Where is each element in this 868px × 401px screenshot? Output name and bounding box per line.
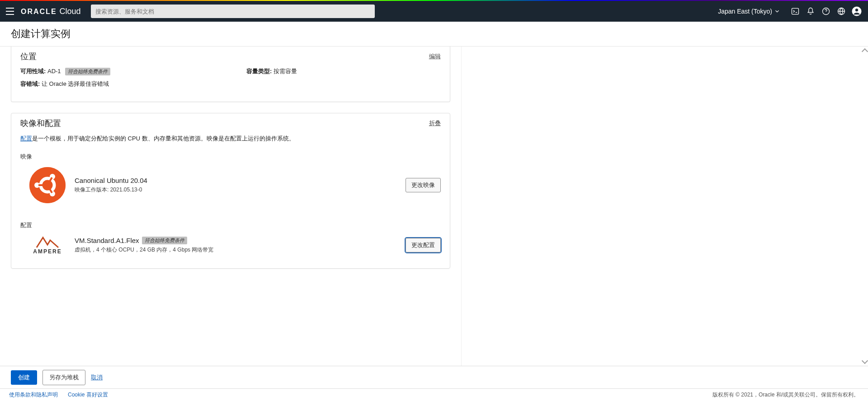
- content-column: 位置 编辑 可用性域: AD-1 符合始终免费条件 容错域: 让 Oracle …: [0, 47, 461, 366]
- svg-rect-0: [792, 8, 799, 14]
- copyright: 版权所有 © 2021，Oracle 和/或其关联公司。保留所有权利。: [712, 391, 859, 399]
- shape-row: AMPERE VM.Standard.A1.Flex 符合始终免费条件 虚拟机，…: [20, 236, 441, 255]
- main: 位置 编辑 可用性域: AD-1 符合始终免费条件 容错域: 让 Oracle …: [0, 47, 868, 366]
- location-panel: 位置 编辑 可用性域: AD-1 符合始终免费条件 容错域: 让 Oracle …: [11, 47, 450, 102]
- logo-brand: ORACLE: [21, 8, 57, 16]
- ubuntu-logo: [20, 167, 75, 203]
- edit-location-link[interactable]: 编辑: [429, 52, 441, 61]
- image-shape-description: 配置是一个模板，用于确定分配给实例的 CPU 数、内存量和其他资源。映像是在配置…: [20, 134, 441, 144]
- image-shape-panel-title: 映像和配置: [20, 118, 61, 129]
- header: ORACLE Cloud Japan East (Tokyo): [0, 1, 868, 22]
- side-column: [461, 47, 868, 366]
- ampere-icon: [35, 236, 60, 248]
- change-image-button[interactable]: 更改映像: [406, 178, 441, 192]
- page-title: 创建计算实例: [11, 27, 71, 41]
- save-as-stack-button[interactable]: 另存为堆栈: [42, 370, 85, 385]
- shape-name: VM.Standard.A1.Flex 符合始终免费条件: [75, 237, 406, 244]
- search-input[interactable]: [91, 5, 375, 18]
- search-wrap: [91, 5, 375, 18]
- shape-desc: 虚拟机，4 个核心 OCPU，24 GB 内存，4 Gbps 网络带宽: [75, 246, 406, 254]
- page-title-bar: 创建计算实例: [0, 22, 868, 47]
- terms-link[interactable]: 使用条款和隐私声明: [9, 391, 58, 399]
- cookie-prefs-link[interactable]: Cookie 喜好设置: [68, 391, 108, 399]
- always-free-badge: 符合始终免费条件: [65, 68, 110, 75]
- capacity-type: 容量类型: 按需容量: [246, 67, 441, 75]
- help-icon[interactable]: [819, 5, 833, 18]
- collapse-link[interactable]: 折叠: [429, 119, 441, 127]
- chevron-down-icon: [774, 8, 780, 14]
- menu-icon[interactable]: [3, 4, 17, 19]
- logo-product: Cloud: [60, 7, 81, 16]
- cancel-link[interactable]: 取消: [91, 373, 103, 382]
- logo[interactable]: ORACLE Cloud: [21, 7, 81, 16]
- location-panel-title: 位置: [20, 51, 37, 62]
- cloud-shell-icon[interactable]: [788, 5, 802, 18]
- notifications-icon[interactable]: [804, 5, 817, 18]
- always-free-badge: 符合始终免费条件: [142, 237, 187, 244]
- footer: 使用条款和隐私声明 Cookie 喜好设置 版权所有 © 2021，Oracle…: [0, 388, 868, 401]
- user-avatar-icon[interactable]: [850, 5, 863, 18]
- action-bar: 创建 另存为堆栈 取消: [0, 366, 868, 388]
- image-name: Canonical Ubuntu 20.04: [75, 177, 406, 184]
- shape-section-label: 配置: [20, 221, 441, 229]
- globe-icon[interactable]: [835, 5, 848, 18]
- ubuntu-icon: [29, 167, 66, 203]
- image-shape-panel: 映像和配置 折叠 配置是一个模板，用于确定分配给实例的 CPU 数、内存量和其他…: [11, 113, 450, 269]
- image-section-label: 映像: [20, 153, 441, 161]
- change-shape-button[interactable]: 更改配置: [406, 238, 441, 252]
- availability-domain: 可用性域: AD-1 符合始终免费条件: [20, 67, 246, 75]
- image-build: 映像工作版本: 2021.05.13-0: [75, 186, 406, 194]
- fault-domain: 容错域: 让 Oracle 选择最佳容错域: [20, 80, 246, 88]
- region-selector[interactable]: Japan East (Tokyo): [718, 8, 780, 15]
- create-button[interactable]: 创建: [11, 370, 37, 385]
- shape-doc-link[interactable]: 配置: [20, 135, 32, 142]
- svg-point-4: [855, 9, 858, 12]
- ampere-logo: AMPERE: [20, 236, 75, 255]
- image-row: Canonical Ubuntu 20.04 映像工作版本: 2021.05.1…: [20, 167, 441, 203]
- region-label: Japan East (Tokyo): [718, 8, 772, 15]
